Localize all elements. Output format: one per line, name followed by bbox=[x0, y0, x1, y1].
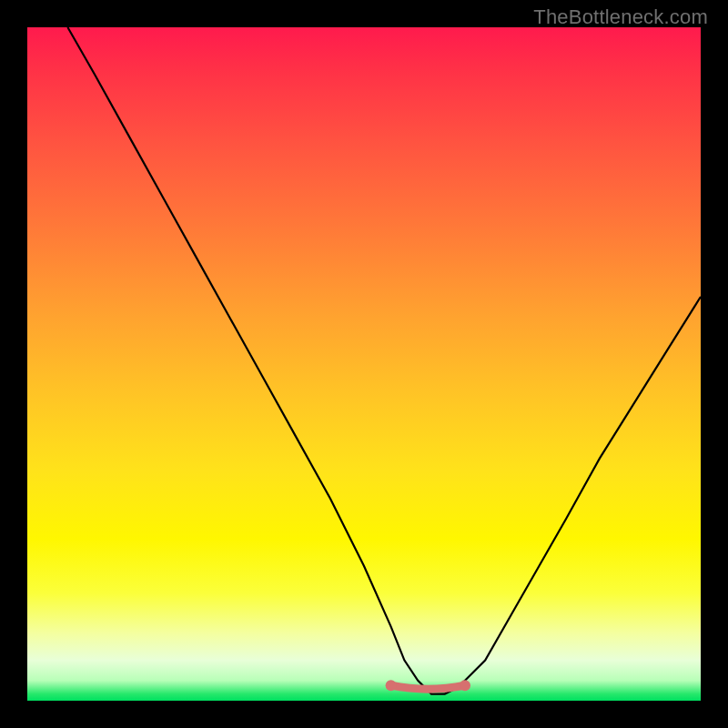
trough-marker bbox=[391, 685, 465, 689]
plot-area bbox=[27, 27, 701, 701]
curve-path bbox=[67, 27, 701, 694]
chart-frame: TheBottleneck.com bbox=[0, 0, 728, 728]
trough-dot-right bbox=[460, 680, 470, 691]
trough-dot-left bbox=[386, 680, 397, 691]
watermark-text: TheBottleneck.com bbox=[533, 5, 708, 29]
bottleneck-curve bbox=[27, 27, 701, 701]
